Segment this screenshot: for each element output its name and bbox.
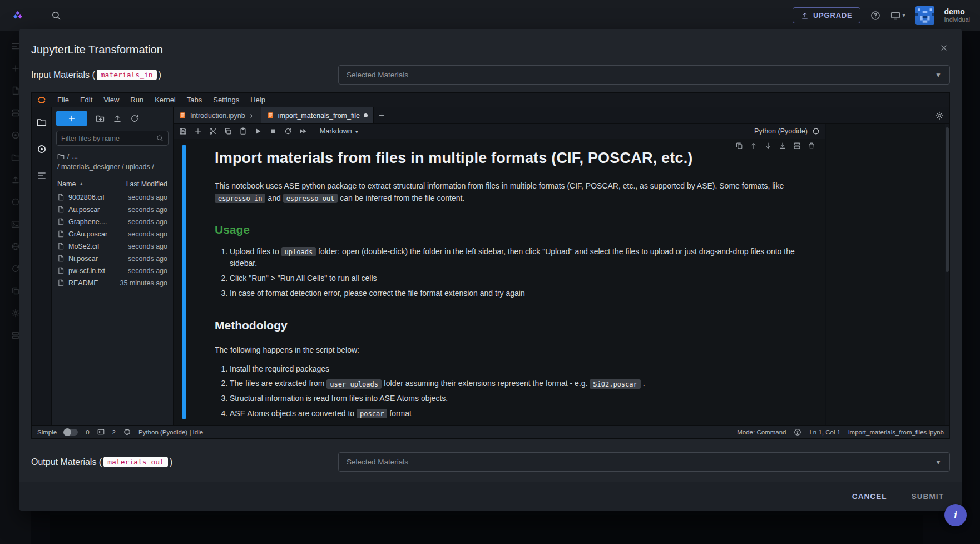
output-selected-materials-dropdown[interactable]: Selected Materials ▼ (338, 452, 950, 472)
inline-code: poscar (357, 409, 387, 418)
active-filename: import_materials_from_files.ipynb (848, 429, 944, 436)
new-tab-button[interactable] (374, 107, 390, 123)
workspace-menu-button[interactable]: ▾ (890, 11, 905, 21)
refresh-files-icon[interactable] (130, 114, 139, 123)
upgrade-button[interactable]: UPGRADE (793, 7, 861, 23)
search-icon[interactable] (51, 11, 61, 21)
kernel-status-icon[interactable] (812, 127, 820, 135)
file-row[interactable]: pw-scf.in.txtseconds ago (56, 265, 169, 277)
file-row[interactable]: MoSe2.cifseconds ago (56, 240, 169, 253)
file-row[interactable]: Ni.poscarseconds ago (56, 253, 169, 265)
property-inspector-button[interactable] (929, 107, 949, 123)
arrow-down-icon (764, 142, 772, 150)
column-last-modified[interactable]: Last Modified (126, 180, 167, 188)
file-browser-tab[interactable] (37, 117, 47, 127)
materials-in-chip: materials_in (97, 70, 157, 80)
breadcrumb-ellipsis[interactable]: ... (72, 151, 77, 162)
chevron-down-icon: ▼ (935, 458, 942, 466)
duplicate-cell-button[interactable] (735, 141, 743, 150)
accessibility-icon[interactable] (794, 428, 801, 436)
command-mode-indicator[interactable]: Mode: Command (737, 429, 786, 436)
notebook-scroll-area[interactable]: Import materials from files in multiple … (174, 139, 825, 425)
file-modified: seconds ago (128, 206, 167, 214)
menu-kernel[interactable]: Kernel (149, 93, 181, 107)
help-button[interactable] (870, 11, 880, 21)
file-row[interactable]: GrAu.poscarseconds ago (56, 228, 169, 240)
breadcrumb-root[interactable]: / (67, 151, 69, 162)
upload-files-icon[interactable] (113, 114, 122, 123)
new-launcher-button[interactable] (56, 111, 87, 126)
delete-cell-button[interactable] (808, 141, 815, 150)
insert-cell-below-button[interactable] (793, 141, 801, 150)
user-info[interactable]: demo Individual (944, 7, 970, 24)
plus-icon (378, 112, 385, 119)
kernel-name[interactable]: Python (Pyodide) (754, 127, 808, 135)
terminals-count[interactable]: 0 (86, 429, 89, 436)
jupyter-menubar-wrap: FileEditViewRunKernelTabsSettingsHelp (32, 93, 949, 107)
close-modal-button[interactable] (939, 43, 948, 52)
column-name[interactable]: Name (57, 180, 76, 188)
menu-tabs[interactable]: Tabs (181, 93, 207, 107)
file-browser-panel: / ... / materials_designer / uploads / N… (52, 107, 174, 425)
simple-mode-toggle[interactable] (65, 429, 78, 436)
paste-cell-button[interactable] (239, 127, 247, 135)
home-folder-icon[interactable] (57, 153, 65, 160)
folder-icon (37, 117, 47, 127)
tab-import-materials-from-file[interactable]: import_materials_from_file (261, 107, 374, 123)
menu-file[interactable]: File (52, 93, 75, 107)
breadcrumb: / ... / materials_designer / uploads / (57, 151, 167, 173)
insert-cell-above-button[interactable] (779, 141, 786, 150)
cell-type-dropdown[interactable]: Markdown ▾ (320, 127, 358, 135)
interrupt-kernel-button[interactable] (269, 127, 277, 135)
kernels-count[interactable]: 2 (112, 429, 116, 436)
filter-files-input[interactable] (61, 135, 156, 142)
kernel-status-text[interactable]: Python (Pyodide) | Idle (138, 429, 203, 436)
notebook-file-icon (179, 112, 186, 119)
close-tab-button[interactable] (249, 111, 255, 120)
markdown-list-item: The files are extracted from user_upload… (230, 378, 796, 390)
inline-code: uploads (281, 247, 316, 256)
tab-introduction-ipynb[interactable]: Introduction.ipynb (174, 107, 261, 123)
table-of-contents-tab[interactable] (37, 171, 47, 181)
cursor-position[interactable]: Ln 1, Col 1 (809, 429, 840, 436)
notebook-title: Import materials from files in multiple … (215, 147, 796, 170)
menu-run[interactable]: Run (125, 93, 149, 107)
file-row[interactable]: 9002806.cifseconds ago (56, 191, 169, 204)
move-cell-up-button[interactable] (750, 141, 758, 150)
menu-edit[interactable]: Edit (75, 93, 98, 107)
input-materials-label: Input Materials ( materials_in ) (31, 70, 338, 80)
menu-help[interactable]: Help (245, 93, 271, 107)
save-button[interactable] (179, 127, 187, 135)
scrollbar-thumb[interactable] (946, 127, 949, 272)
cancel-button[interactable]: CANCEL (852, 492, 887, 501)
submit-button[interactable]: SUBMIT (912, 492, 944, 501)
copy-cell-button[interactable] (224, 127, 232, 135)
file-modified: seconds ago (128, 255, 167, 263)
menu-settings[interactable]: Settings (207, 93, 245, 107)
app-top-bar: UPGRADE ▾ demo Individual (0, 0, 980, 31)
input-selected-materials-dropdown[interactable]: Selected Materials ▼ (338, 65, 950, 85)
scrollbar[interactable] (945, 124, 949, 425)
run-cell-button[interactable] (254, 127, 262, 135)
restart-run-all-button[interactable] (299, 127, 307, 135)
file-row[interactable]: README35 minutes ago (56, 277, 169, 289)
simple-mode-label: Simple (37, 429, 57, 436)
jupyter-logo-icon (37, 96, 46, 105)
insert-cell-button[interactable] (194, 127, 202, 135)
avatar[interactable] (915, 6, 934, 25)
breadcrumb-path[interactable]: / materials_designer / uploads / (57, 162, 154, 172)
info-fab-button[interactable]: i (944, 504, 967, 526)
file-row[interactable]: Graphene....seconds ago (56, 216, 169, 228)
app-logo-icon[interactable] (12, 10, 23, 21)
move-cell-down-button[interactable] (764, 141, 772, 150)
restart-icon (284, 127, 292, 135)
markdown-list-item: ASE Atoms objects are converted to posca… (230, 408, 796, 419)
help-icon (870, 11, 880, 21)
cut-cell-button[interactable] (209, 127, 217, 135)
new-folder-icon[interactable] (96, 114, 105, 123)
markdown-cell[interactable]: Import materials from files in multiple … (182, 145, 825, 419)
restart-kernel-button[interactable] (284, 127, 292, 135)
file-row[interactable]: Au.poscarseconds ago (56, 204, 169, 216)
running-kernels-tab[interactable] (37, 144, 47, 154)
menu-view[interactable]: View (98, 93, 125, 107)
